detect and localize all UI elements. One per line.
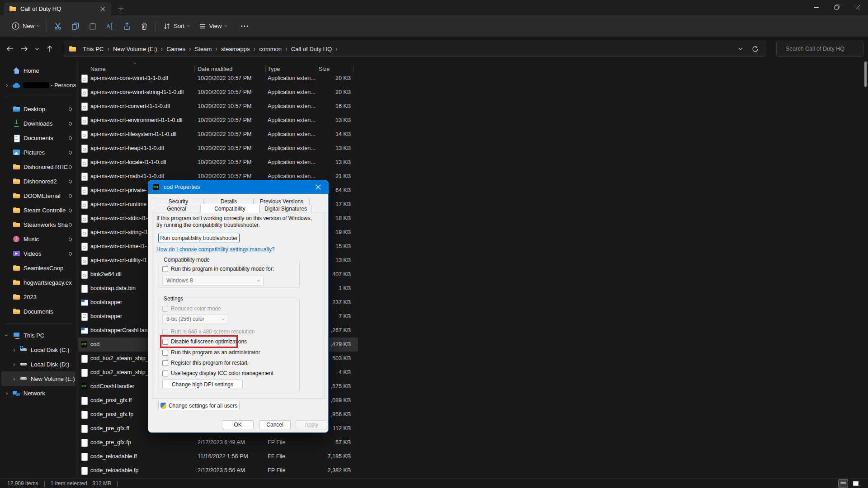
- file-size: 21 KB: [335, 169, 351, 183]
- file-row[interactable]: api-ms-win-crt-filesystem-l1-1-0.dll 10/…: [78, 127, 358, 141]
- file-row[interactable]: code_pre_gfx.fp 2/17/2023 6:49 AM FP Fil…: [78, 436, 358, 450]
- checkbox[interactable]: [162, 360, 168, 366]
- dialog-tab[interactable]: General: [153, 205, 200, 212]
- cut-button[interactable]: [50, 18, 67, 34]
- register-restart-checkbox-row[interactable]: Register this program for restart: [162, 360, 247, 366]
- file-row[interactable]: api-ms-win-crt-heap-l1-1-0.dll 10/20/202…: [78, 141, 358, 155]
- checkbox[interactable]: [162, 266, 168, 272]
- dialog-tab[interactable]: Security: [153, 198, 204, 205]
- new-button[interactable]: New ›: [7, 18, 44, 34]
- breadcrumb-item[interactable]: Steam: [192, 44, 215, 54]
- expand-chevron-icon[interactable]: ›: [6, 390, 13, 396]
- breadcrumb-item[interactable]: common: [256, 44, 284, 54]
- file-row[interactable]: api-ms-win-crt-environment-l1-1-0.dll 10…: [78, 113, 358, 127]
- sidebar-item[interactable]: › New Volume (E:): [1, 371, 75, 386]
- back-button[interactable]: [3, 42, 17, 56]
- breadcrumb-item[interactable]: Games: [164, 44, 188, 54]
- dialog-titlebar[interactable]: cod Properties: [148, 180, 328, 194]
- sidebar-item[interactable]: › This PC: [1, 328, 75, 343]
- checkbox[interactable]: [162, 350, 168, 356]
- restore-button[interactable]: [826, 0, 847, 14]
- delete-button[interactable]: [136, 18, 153, 34]
- compatibility-help-link[interactable]: How do I choose compatibility settings m…: [156, 246, 274, 253]
- dialog-tab[interactable]: Digital Signatures: [259, 205, 312, 212]
- breadcrumb-item[interactable]: Call of Duty HQ: [288, 44, 335, 54]
- file-row[interactable]: api-ms-win-core-winrt-l1-1-0.dll 10/20/2…: [78, 71, 358, 85]
- change-dpi-button[interactable]: Change high DPI settings: [162, 380, 243, 389]
- breadcrumb-separator-icon: ›: [160, 45, 164, 52]
- sidebar-item[interactable]: › Music: [1, 232, 75, 246]
- file-row[interactable]: code_reloadable.ff 11/16/2022 1:56 PM FF…: [78, 450, 358, 464]
- file-name: cod_tus2_steam_ship_st: [90, 352, 153, 366]
- scrollbar-thumb[interactable]: [864, 61, 867, 87]
- cancel-button[interactable]: Cancel: [259, 420, 291, 429]
- sidebar-item[interactable]: › Desktop: [1, 102, 75, 116]
- sidebar-item[interactable]: › Steamworks Sha: [1, 217, 75, 232]
- sidebar-item[interactable]: › Documents: [1, 304, 75, 319]
- breadcrumb-item[interactable]: steamapps: [218, 44, 253, 54]
- sidebar-item[interactable]: › Documents: [1, 131, 75, 145]
- search-input[interactable]: [786, 46, 859, 52]
- search-box[interactable]: [776, 41, 863, 57]
- breadcrumb-item[interactable]: This PC: [80, 44, 106, 54]
- address-dropdown-button[interactable]: [735, 43, 746, 55]
- sidebar-item[interactable]: › Local Disk (D:): [1, 357, 75, 371]
- expand-chevron-icon[interactable]: ›: [6, 82, 13, 88]
- details-view-toggle[interactable]: [838, 479, 848, 488]
- dialog-tab[interactable]: Compatibility: [200, 204, 259, 213]
- new-tab-button[interactable]: [116, 4, 126, 14]
- compat-mode-checkbox-row[interactable]: Run this program in compatibility mode f…: [162, 266, 274, 272]
- forward-button[interactable]: [17, 42, 32, 56]
- file-row[interactable]: code_reloadable.fp 2/17/2023 5:56 AM FP …: [78, 464, 358, 478]
- rename-button[interactable]: A: [101, 18, 118, 34]
- sidebar-item[interactable]: › Home: [1, 63, 75, 78]
- refresh-button[interactable]: [748, 43, 762, 55]
- file-size: ,956 KB: [331, 408, 351, 422]
- more-options-button[interactable]: [236, 18, 253, 34]
- sidebar-item[interactable]: › hogwartslegacy.ex: [1, 275, 75, 290]
- recent-locations-button[interactable]: [32, 42, 42, 56]
- run-troubleshooter-button[interactable]: Run compatibility troubleshooter: [158, 233, 240, 243]
- sidebar-item[interactable]: › Downloads: [1, 116, 75, 131]
- file-date-modified: 10/20/2022 10:57 PM: [198, 113, 252, 127]
- sidebar-item[interactable]: › Network: [1, 386, 75, 400]
- copy-button[interactable]: [67, 18, 84, 34]
- tab-close-button[interactable]: [98, 4, 108, 14]
- sidebar-item[interactable]: › SeamlessCoop: [1, 261, 75, 275]
- sidebar-item[interactable]: › 2023: [1, 290, 75, 304]
- compat-os-dropdown[interactable]: Windows 8 ›: [162, 276, 264, 286]
- change-all-users-button[interactable]: Change settings for all users: [158, 401, 240, 410]
- explorer-tab[interactable]: Call of Duty HQ: [4, 2, 111, 15]
- dialog-close-button[interactable]: [308, 180, 328, 194]
- sidebar-item[interactable]: › Dishonored2: [1, 174, 75, 188]
- sidebar-item[interactable]: › Videos: [1, 246, 75, 261]
- share-button[interactable]: [118, 18, 136, 34]
- file-row[interactable]: api-ms-win-crt-locale-l1-1-0.dll 10/20/2…: [78, 155, 358, 169]
- checkbox[interactable]: [162, 371, 168, 376]
- ok-button[interactable]: OK: [222, 420, 254, 429]
- thumbnail-view-toggle[interactable]: [851, 479, 861, 488]
- sidebar-item[interactable]: › Steam Controlle: [1, 203, 75, 217]
- expand-chevron-icon[interactable]: ›: [13, 361, 20, 367]
- file-row[interactable]: api-ms-win-crt-convert-l1-1-0.dll 10/20/…: [78, 99, 358, 113]
- minimize-button[interactable]: [806, 0, 826, 14]
- close-window-button[interactable]: [847, 0, 868, 14]
- paste-button[interactable]: [84, 18, 101, 34]
- sidebar-item[interactable]: › Local Disk (C:): [1, 343, 75, 357]
- sort-button[interactable]: Sort ›: [159, 18, 194, 34]
- address-bar[interactable]: This PC › New Volume (E:) › Games › Stea…: [64, 41, 765, 57]
- dialog-tab[interactable]: Previous Versions: [254, 198, 310, 205]
- icc-checkbox-row[interactable]: Use legacy display ICC color management: [162, 370, 274, 376]
- sidebar-item[interactable]: › - Personal: [1, 78, 75, 92]
- expand-chevron-icon[interactable]: ›: [6, 332, 13, 338]
- breadcrumb-item[interactable]: New Volume (E:): [110, 44, 160, 54]
- sidebar-item[interactable]: › Pictures: [1, 145, 75, 160]
- expand-chevron-icon[interactable]: ›: [13, 347, 20, 353]
- run-as-admin-checkbox-row[interactable]: Run this program as an administrator: [162, 349, 260, 356]
- view-button[interactable]: View ›: [194, 18, 231, 34]
- sidebar-item[interactable]: › Dishonored RHC: [1, 160, 75, 174]
- sidebar-item[interactable]: › DOOMEternal: [1, 188, 75, 203]
- up-button[interactable]: [42, 42, 57, 56]
- file-row[interactable]: api-ms-win-core-winrt-string-l1-1-0.dll …: [78, 85, 358, 99]
- expand-chevron-icon[interactable]: ›: [13, 375, 20, 382]
